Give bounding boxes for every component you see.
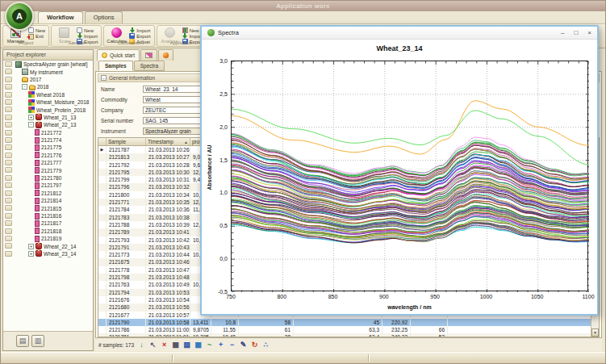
- field-label: Name: [101, 86, 143, 92]
- tree-row-gutter-button[interactable]: [5, 137, 12, 143]
- refresh-icon[interactable]: ↻: [250, 340, 259, 349]
- table-row[interactable]: 212178621.03.2013 11:00:329,870511,55616…: [98, 326, 599, 333]
- tree-row-gutter-button[interactable]: [5, 69, 12, 74]
- tree-item-wheat-2018[interactable]: Wheat 2018: [3, 91, 93, 98]
- tree-item-wheat-23-14[interactable]: +Wheat_23_14: [3, 250, 93, 257]
- tree-item-2121817[interactable]: 2121817: [3, 220, 93, 227]
- import-button[interactable]: Import: [127, 27, 152, 33]
- view-details-button[interactable]: ▥: [31, 335, 44, 347]
- tree-row-gutter-button[interactable]: [5, 153, 12, 158]
- tree-row-gutter-button[interactable]: [5, 107, 12, 112]
- tree-item-wheat-21-13[interactable]: +Wheat_21_13: [3, 114, 93, 121]
- expand-icon[interactable]: +: [28, 115, 34, 120]
- tree-item-2121779[interactable]: 2121779: [3, 166, 93, 174]
- expand-icon[interactable]: +: [28, 251, 34, 257]
- tree-row-gutter-button[interactable]: [5, 92, 12, 98]
- tree-item-2121774[interactable]: 2121774: [3, 136, 93, 144]
- tree-row-gutter-button[interactable]: [5, 77, 12, 82]
- tree-item-2121777[interactable]: 2121777: [3, 159, 93, 166]
- tree-item-2121814[interactable]: 2121814: [3, 197, 93, 204]
- tree-item-2017[interactable]: 2017: [3, 76, 93, 83]
- table-icon[interactable]: ▦: [171, 340, 180, 349]
- tree-row-gutter-button[interactable]: [5, 130, 12, 136]
- tree-item-2121776[interactable]: 2121776: [3, 152, 93, 159]
- maximize-icon[interactable]: □: [574, 29, 578, 36]
- tree-item-wheat-22-13[interactable]: -Wheat_22_13: [3, 121, 93, 128]
- exit-button[interactable]: Exit: [27, 33, 47, 39]
- tree-row-gutter-button[interactable]: [5, 198, 12, 203]
- new-button[interactable]: New: [27, 27, 47, 33]
- collapse-icon[interactable]: -: [28, 122, 34, 128]
- tree-item-2121772[interactable]: 2121772: [3, 129, 93, 136]
- remove-icon[interactable]: −: [228, 340, 236, 349]
- doc-tab-brush[interactable]: [140, 49, 157, 61]
- table-row[interactable]: 212178121.03.2013 11:01:4110,79510,48386…: [98, 333, 599, 337]
- tree-row-gutter-button[interactable]: [5, 84, 12, 90]
- view-list-button[interactable]: ▤: [16, 335, 29, 347]
- ribbon-tab-workflow[interactable]: Workflow: [38, 11, 83, 23]
- tree-item-wheat-moisture-2018[interactable]: Wheat_Moisture_2018: [3, 98, 93, 106]
- chart-icon[interactable]: ~: [205, 340, 214, 349]
- app-logo-button[interactable]: A: [5, 2, 34, 31]
- tree-item-2121797[interactable]: 2121797: [3, 182, 93, 189]
- tab-samples[interactable]: Samples: [98, 61, 133, 71]
- tab-spectra[interactable]: Spectra: [134, 61, 165, 71]
- tree-item-2121818[interactable]: 2121818: [3, 228, 93, 235]
- import-icon[interactable]: ↓: [137, 340, 146, 349]
- tree-row-gutter-button[interactable]: [5, 99, 12, 105]
- tree-row-gutter-button[interactable]: [5, 144, 12, 150]
- tree-row-gutter-button[interactable]: [5, 167, 12, 173]
- grid-icon[interactable]: ▦: [194, 340, 203, 349]
- column-header-sample[interactable]: Sample: [107, 138, 146, 145]
- tree-item-2121780[interactable]: 2121780: [3, 174, 93, 182]
- tree-item-wheat-22-14[interactable]: +Wheat_22_14: [3, 242, 93, 249]
- calculate-button[interactable]: Calculate: [106, 27, 127, 40]
- tree-row-gutter-button[interactable]: [5, 220, 12, 226]
- add-icon[interactable]: +: [216, 340, 225, 349]
- tree-item-2121819[interactable]: 2121819: [3, 235, 93, 242]
- import-button[interactable]: Import: [75, 33, 99, 39]
- tree-row-gutter-button[interactable]: [5, 190, 12, 196]
- doc-tab-ball[interactable]: [158, 49, 173, 61]
- spectra-window[interactable]: Spectra – □ × Wheat_23_14 wavelength / n…: [200, 25, 599, 316]
- tree-item-spectraalyzer-grain-wheat-[interactable]: SpectraAlyzer grain [wheat]: [3, 61, 93, 68]
- tree-row-gutter-button[interactable]: [5, 122, 12, 128]
- scatter-icon[interactable]: ∴: [261, 340, 270, 349]
- new-button[interactable]: New: [75, 27, 99, 33]
- tree-row-gutter-button[interactable]: [5, 205, 12, 211]
- pointer-icon[interactable]: ↖: [148, 340, 157, 349]
- export-button[interactable]: Export: [127, 33, 152, 39]
- tree-item-2121775[interactable]: 2121775: [3, 144, 93, 151]
- tree-item-2121816[interactable]: 2121816: [3, 212, 93, 220]
- close-icon[interactable]: ×: [587, 29, 591, 36]
- scroll-down-icon[interactable]: ▼: [591, 328, 599, 337]
- tree-row-gutter-button[interactable]: [5, 243, 12, 249]
- tree-row-gutter-button[interactable]: [5, 236, 12, 241]
- tree-row-gutter-button[interactable]: [5, 228, 12, 234]
- delete-icon[interactable]: ×: [160, 340, 169, 349]
- column-header-timestamp[interactable]: Timestamp▲: [146, 138, 190, 145]
- tree-row-gutter-button[interactable]: [5, 213, 12, 219]
- tree-item-my-instrument[interactable]: My instrument: [3, 68, 93, 75]
- tree-row-gutter-button[interactable]: [5, 251, 12, 257]
- tree-item-2121815[interactable]: 2121815: [3, 204, 93, 211]
- tree-row-gutter-button[interactable]: [5, 175, 12, 181]
- tree-item-2018[interactable]: -2018: [3, 83, 93, 90]
- tree-row-gutter-button[interactable]: [5, 182, 12, 188]
- save-icon[interactable]: ▤: [182, 340, 191, 349]
- table-row[interactable]: 212179021.03.2013 10:58:5813,41110,85845…: [98, 319, 599, 326]
- collapse-icon[interactable]: -: [22, 84, 27, 90]
- titlebar[interactable]: Application worx: [1, 1, 605, 11]
- tree-item-wheat-protein-2018[interactable]: Wheat_Protein_2018: [3, 106, 93, 113]
- collapse-section-icon[interactable]: −: [101, 75, 107, 81]
- tree-row-gutter-button[interactable]: [5, 160, 12, 165]
- spectra-window-titlebar[interactable]: Spectra – □ ×: [202, 27, 597, 40]
- doc-tab-quick-start[interactable]: Quick start: [97, 49, 140, 61]
- expand-icon[interactable]: +: [28, 244, 34, 249]
- tree-row-gutter-button[interactable]: [5, 61, 12, 67]
- minimize-icon[interactable]: –: [561, 29, 564, 36]
- ribbon-tab-options[interactable]: Options: [85, 11, 123, 23]
- tree-row-gutter-button[interactable]: [5, 115, 12, 120]
- tree-item-2121812[interactable]: 2121812: [3, 190, 93, 197]
- edit-icon[interactable]: ✎: [239, 340, 248, 349]
